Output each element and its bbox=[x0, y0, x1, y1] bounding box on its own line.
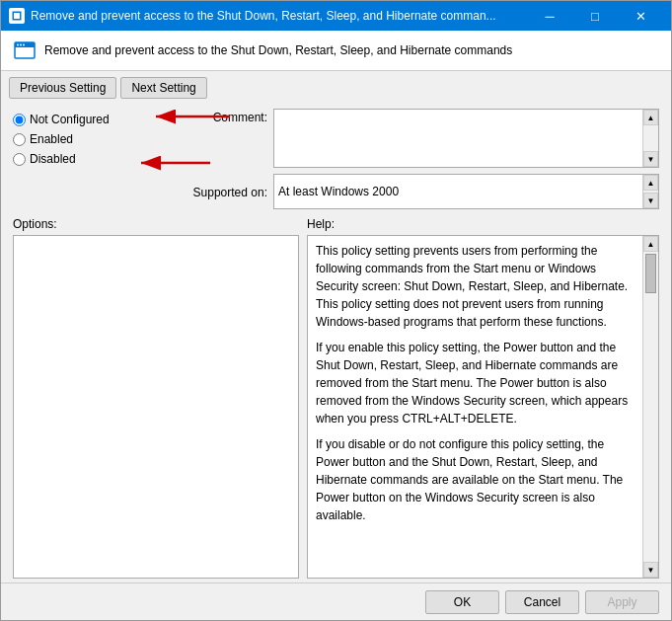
next-setting-button[interactable]: Next Setting bbox=[120, 77, 206, 99]
disabled-row: Disabled bbox=[13, 152, 181, 166]
options-panel: Options: bbox=[13, 217, 299, 579]
right-fields: Comment: ▲ ▼ Supported on: At least bbox=[188, 109, 659, 209]
svg-point-5 bbox=[20, 44, 22, 46]
supported-row: Supported on: At least Windows 2000 ▲ ▼ bbox=[188, 174, 659, 209]
enabled-row: Enabled bbox=[13, 132, 181, 146]
help-scroll-thumb[interactable] bbox=[645, 254, 656, 293]
window-title: Remove and prevent access to the Shut Do… bbox=[31, 9, 521, 23]
svg-point-4 bbox=[17, 44, 19, 46]
comment-field-wrap: ▲ ▼ bbox=[273, 109, 659, 168]
help-paragraph-1: This policy setting prevents users from … bbox=[316, 242, 635, 331]
supported-label: Supported on: bbox=[188, 184, 267, 199]
disabled-label[interactable]: Disabled bbox=[30, 152, 76, 166]
close-button[interactable]: ✕ bbox=[618, 1, 663, 31]
title-bar: Remove and prevent access to the Shut Do… bbox=[1, 1, 671, 31]
comment-scroll-up[interactable]: ▲ bbox=[643, 110, 658, 125]
window-icon bbox=[9, 8, 25, 24]
supported-field-wrap: At least Windows 2000 ▲ ▼ bbox=[273, 174, 659, 209]
enabled-label[interactable]: Enabled bbox=[30, 132, 73, 146]
svg-rect-1 bbox=[14, 13, 20, 19]
comment-row: Comment: ▲ ▼ bbox=[188, 109, 659, 168]
comment-scrollbar: ▲ ▼ bbox=[642, 110, 658, 167]
help-title: Help: bbox=[307, 217, 659, 231]
help-paragraph-3: If you disable or do not configure this … bbox=[316, 435, 635, 524]
help-scrollbar: ▲ ▼ bbox=[642, 236, 658, 578]
not-configured-row: Not Configured bbox=[13, 113, 181, 126]
bottom-section: Options: Help: This policy setting preve… bbox=[13, 217, 659, 579]
main-window: Remove and prevent access to the Shut Do… bbox=[0, 0, 672, 621]
comment-scroll-down[interactable]: ▼ bbox=[643, 151, 658, 167]
window-controls: ─ □ ✕ bbox=[527, 1, 663, 31]
options-box bbox=[13, 235, 299, 579]
dialog-header-text: Remove and prevent access to the Shut Do… bbox=[44, 43, 512, 57]
help-paragraph-2: If you enable this policy setting, the P… bbox=[316, 339, 635, 427]
help-scroll-down[interactable]: ▼ bbox=[643, 562, 658, 578]
top-section: Not Configured Enabled Disabled bbox=[13, 109, 659, 209]
help-text-content: This policy setting prevents users from … bbox=[308, 236, 642, 578]
minimize-button[interactable]: ─ bbox=[527, 1, 572, 31]
footer: OK Cancel Apply bbox=[1, 582, 671, 620]
supported-value: At least Windows 2000 bbox=[274, 175, 642, 208]
options-title: Options: bbox=[13, 217, 299, 231]
enabled-radio[interactable] bbox=[13, 133, 26, 146]
supported-scroll-down[interactable]: ▼ bbox=[643, 193, 658, 208]
help-scroll-track bbox=[643, 252, 658, 562]
apply-button[interactable]: Apply bbox=[585, 590, 659, 614]
svg-point-6 bbox=[23, 44, 25, 46]
radio-group: Not Configured Enabled Disabled bbox=[13, 109, 181, 209]
dialog-icon bbox=[13, 39, 37, 62]
maximize-button[interactable]: □ bbox=[572, 1, 618, 31]
nav-bar: Previous Setting Next Setting bbox=[1, 71, 671, 105]
help-box: This policy setting prevents users from … bbox=[307, 235, 659, 579]
help-panel: Help: This policy setting prevents users… bbox=[307, 217, 659, 579]
content-area: Not Configured Enabled Disabled bbox=[1, 105, 671, 582]
supported-scrollbar: ▲ ▼ bbox=[642, 175, 658, 208]
comment-label: Comment: bbox=[188, 109, 267, 124]
dialog-header: Remove and prevent access to the Shut Do… bbox=[1, 31, 671, 71]
cancel-button[interactable]: Cancel bbox=[505, 590, 579, 614]
supported-scroll-up[interactable]: ▲ bbox=[643, 175, 658, 191]
help-scroll-up[interactable]: ▲ bbox=[643, 236, 658, 252]
not-configured-label[interactable]: Not Configured bbox=[30, 113, 110, 126]
previous-setting-button[interactable]: Previous Setting bbox=[9, 77, 116, 99]
comment-scroll-track bbox=[643, 125, 658, 151]
not-configured-radio[interactable] bbox=[13, 114, 26, 126]
disabled-radio[interactable] bbox=[13, 153, 26, 166]
comment-textarea[interactable] bbox=[274, 110, 642, 167]
ok-button[interactable]: OK bbox=[425, 590, 499, 614]
